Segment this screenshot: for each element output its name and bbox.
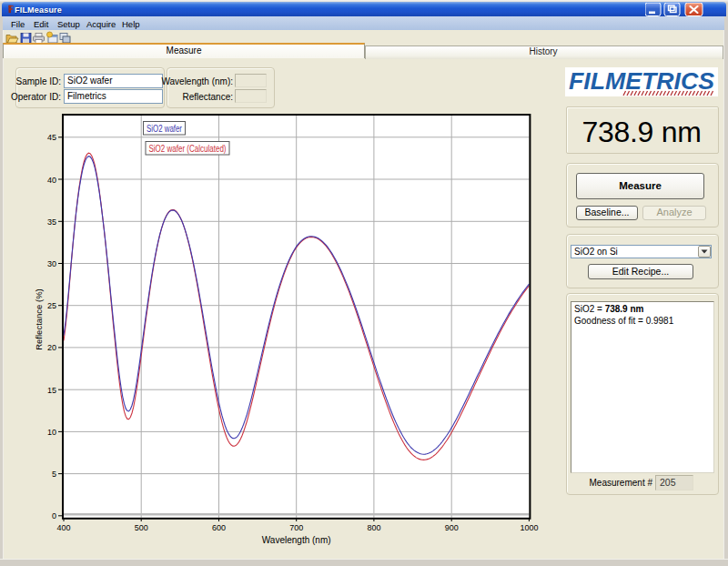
svg-text:SiO2 wafer: SiO2 wafer [147, 124, 183, 134]
svg-text:600: 600 [212, 523, 226, 532]
svg-text:35: 35 [47, 217, 56, 227]
svg-text:Wavelength (nm): Wavelength (nm) [262, 535, 331, 545]
svg-text:900: 900 [445, 523, 459, 532]
svg-text:400: 400 [56, 523, 70, 532]
svg-text:45: 45 [47, 133, 56, 142]
svg-text:Reflectance (%): Reflectance (%) [34, 288, 44, 350]
svg-text:500: 500 [135, 523, 148, 532]
svg-text:700: 700 [289, 523, 303, 532]
svg-text:1000: 1000 [520, 523, 538, 532]
svg-text:SiO2 wafer (Calculated): SiO2 wafer (Calculated) [149, 144, 227, 154]
svg-text:15: 15 [47, 386, 56, 395]
svg-text:800: 800 [367, 523, 380, 532]
svg-text:10: 10 [47, 428, 56, 437]
svg-text:5: 5 [52, 470, 56, 479]
svg-text:30: 30 [47, 259, 56, 268]
svg-text:20: 20 [47, 343, 56, 352]
svg-text:0: 0 [52, 511, 56, 521]
svg-text:40: 40 [47, 176, 56, 185]
svg-text:25: 25 [47, 301, 56, 310]
svg-text:FILMETRICS: FILMETRICS [569, 68, 714, 94]
